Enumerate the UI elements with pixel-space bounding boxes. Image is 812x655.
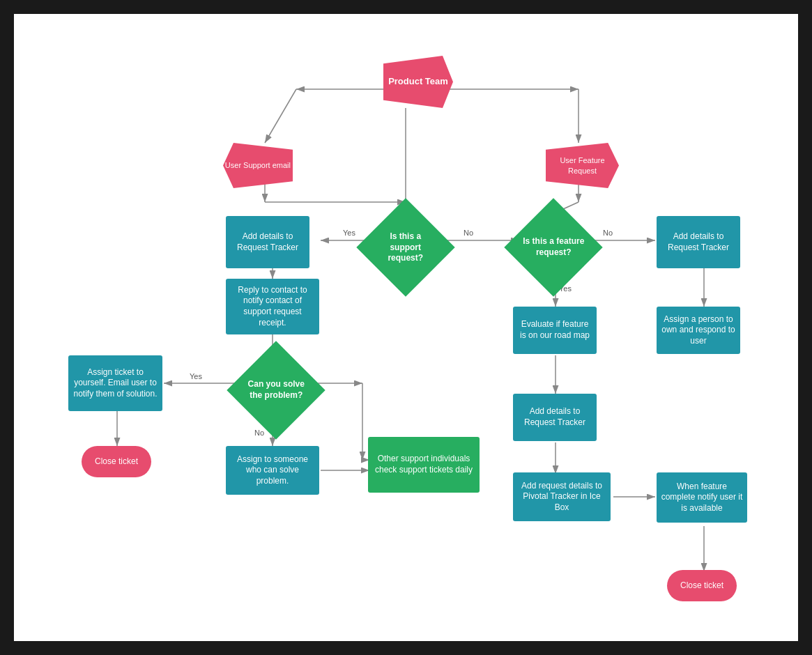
assign-someone-node: Assign to someone who can solve problem. xyxy=(226,446,319,495)
when-feature-label: When feature complete notify user it is … xyxy=(661,481,743,514)
add-details-middle-node: Add details to Request Tracker xyxy=(513,394,597,441)
user-feature-request-label: User Feature Request xyxy=(546,155,619,176)
assign-person-node: Assign a person to own and respond to us… xyxy=(657,307,740,354)
svg-text:Yes: Yes xyxy=(190,372,202,380)
add-details-left-node: Add details to Request Tracker xyxy=(226,216,309,268)
user-support-email-label: User Support email xyxy=(225,160,291,170)
add-details-middle-label: Add details to Request Tracker xyxy=(517,406,592,428)
user-feature-request-node: User Feature Request xyxy=(546,143,619,188)
add-details-right-label: Add details to Request Tracker xyxy=(662,231,735,253)
is-support-request-label: Is this a support request? xyxy=(371,229,441,267)
other-support-label: Other support individuals check support … xyxy=(372,454,475,475)
when-feature-node: When feature complete notify user it is … xyxy=(657,472,747,523)
user-support-email-node: User Support email xyxy=(223,143,293,188)
other-support-node: Other support individuals check support … xyxy=(368,437,480,493)
svg-line-9 xyxy=(265,89,296,143)
svg-text:No: No xyxy=(603,229,613,237)
close-ticket-left-label: Close ticket xyxy=(95,456,138,468)
product-team-node: Product Team xyxy=(383,56,453,108)
is-feature-request-diamond: Is this a feature request? xyxy=(504,198,602,296)
assign-ticket-label: Assign ticket to yourself. Email user to… xyxy=(72,367,158,400)
add-details-left-label: Add details to Request Tracker xyxy=(231,231,304,253)
can-you-solve-label: Can you solve the problem? xyxy=(241,376,311,403)
is-feature-request-label: Is this a feature request? xyxy=(519,233,588,261)
can-you-solve-diamond: Can you solve the problem? xyxy=(227,341,325,439)
close-ticket-right-node: Close ticket xyxy=(667,570,737,601)
evaluate-feature-label: Evaluate if feature is on our road map xyxy=(517,319,592,341)
svg-text:Yes: Yes xyxy=(343,229,355,237)
close-ticket-left-node: Close ticket xyxy=(82,446,151,477)
product-team-label: Product Team xyxy=(388,76,448,88)
svg-text:No: No xyxy=(254,429,264,437)
assign-person-label: Assign a person to own and respond to us… xyxy=(661,314,736,347)
evaluate-feature-node: Evaluate if feature is on our road map xyxy=(513,307,597,354)
assign-someone-label: Assign to someone who can solve problem. xyxy=(230,454,315,487)
close-ticket-right-label: Close ticket xyxy=(680,580,723,592)
svg-text:No: No xyxy=(464,229,473,237)
reply-to-contact-node: Reply to contact to notify contact of su… xyxy=(226,279,319,334)
add-pivotal-label: Add request details to Pivotal Tracker i… xyxy=(517,481,606,514)
assign-ticket-node: Assign ticket to yourself. Email user to… xyxy=(68,355,162,411)
add-details-right-node: Add details to Request Tracker xyxy=(657,216,740,268)
is-support-request-diamond: Is this a support request? xyxy=(356,198,454,296)
add-pivotal-node: Add request details to Pivotal Tracker i… xyxy=(513,472,611,521)
reply-to-contact-label: Reply to contact to notify contact of su… xyxy=(230,285,315,328)
